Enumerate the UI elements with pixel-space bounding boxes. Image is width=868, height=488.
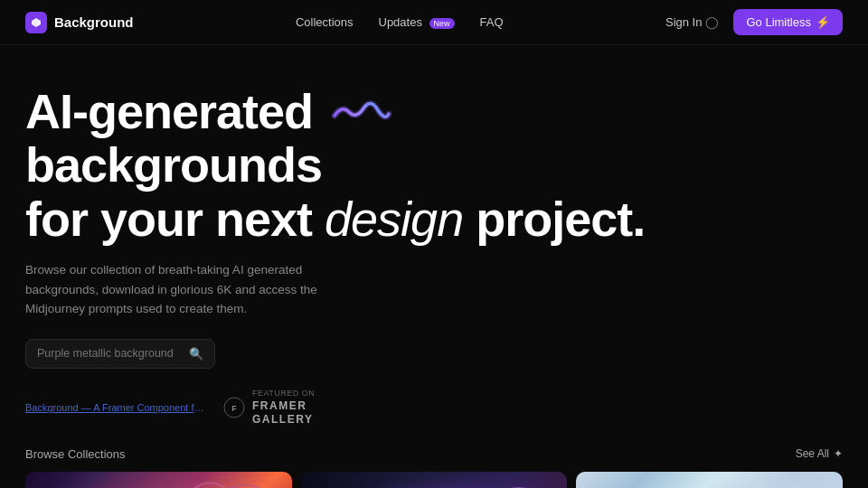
aberrant-decoration — [301, 472, 568, 488]
hero-title: AI-generated backgrounds for your next d… — [25, 85, 658, 246]
framer-badge: F Featured on FRAMER GALLERY — [222, 389, 315, 427]
framer-wreath-icon: F — [222, 396, 246, 419]
search-input[interactable] — [37, 347, 182, 360]
collection-card-ethereal[interactable]: Ethereal 12 Backgrounds → — [576, 472, 843, 488]
logo[interactable]: Background — [25, 12, 134, 33]
collection-card-aberrant[interactable]: Aberrant 12 Backgrounds → — [301, 472, 568, 488]
search-container: 🔍 — [25, 339, 843, 369]
search-box[interactable]: 🔍 — [25, 339, 215, 369]
nav-links: Collections Updates New FAQ — [296, 15, 504, 29]
framer-text: Featured on FRAMER GALLERY — [252, 389, 315, 427]
logo-text: Background — [54, 14, 134, 30]
fusion-decoration — [25, 472, 292, 488]
search-icon: 🔍 — [189, 347, 203, 361]
nav-updates[interactable]: Updates New — [379, 15, 455, 29]
nav-collections[interactable]: Collections — [296, 15, 354, 29]
collections-section: Browse Collections See All ✦ Fusion 12 B… — [0, 427, 868, 488]
collections-title: Browse Collections — [25, 447, 126, 461]
wave-decoration — [331, 99, 392, 123]
see-all-icon: ✦ — [834, 447, 843, 460]
title-backgrounds: backgrounds — [25, 137, 322, 192]
cards-row: Fusion 12 Backgrounds → Aberrant 12 Back… — [25, 472, 843, 488]
see-all-link[interactable]: See All ✦ — [796, 447, 843, 460]
ethereal-decoration — [576, 472, 843, 488]
navbar: Background Collections Updates New FAQ S… — [0, 0, 868, 45]
badges-row: Background — A Framer Component for AI..… — [25, 389, 843, 427]
title-design: design — [325, 192, 463, 246]
go-limitless-button[interactable]: Go Limitless ⚡ — [733, 9, 843, 35]
user-icon: ◯ — [705, 15, 719, 29]
nav-faq[interactable]: FAQ — [480, 15, 504, 29]
title-project: project. — [463, 192, 645, 246]
logo-icon — [25, 12, 47, 33]
sign-in-button[interactable]: Sign In ◯ — [665, 15, 719, 29]
hero-section: AI-generated backgrounds for your next d… — [0, 45, 868, 427]
collections-header: Browse Collections See All ✦ — [25, 447, 843, 461]
nav-actions: Sign In ◯ Go Limitless ⚡ — [665, 9, 843, 35]
title-for-your-next: for your next — [25, 192, 325, 246]
partner-link[interactable]: Background — A Framer Component for AI..… — [25, 402, 206, 413]
lightning-icon: ⚡ — [816, 15, 830, 29]
svg-text:F: F — [231, 404, 237, 413]
title-ai: AI-generated — [25, 84, 313, 138]
hero-subtitle: Browse our collection of breath-taking A… — [25, 260, 369, 319]
new-badge: New — [429, 18, 455, 29]
collection-card-fusion[interactable]: Fusion 12 Backgrounds → — [25, 472, 292, 488]
